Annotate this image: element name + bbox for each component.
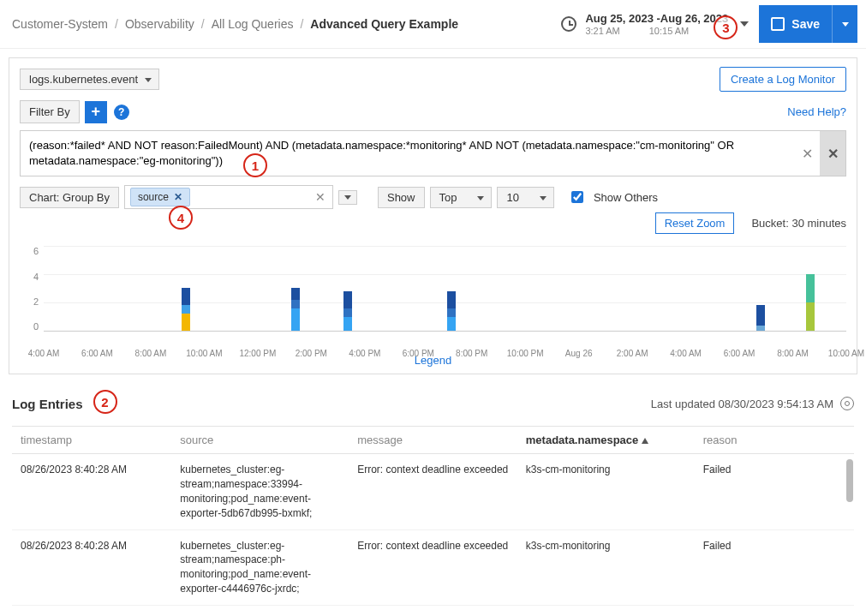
save-icon (771, 17, 785, 31)
group-by-tag[interactable]: source ✕ (130, 188, 190, 206)
breadcrumb-item[interactable]: Observability (125, 17, 194, 31)
need-help-link[interactable]: Need Help? (787, 105, 846, 118)
help-icon[interactable]: ? (114, 105, 129, 120)
time-range-dates: Aug 25, 2023 -Aug 26, 2023 (585, 12, 728, 25)
time-from: 3:21 AM (585, 26, 619, 36)
column-header[interactable]: source (171, 427, 349, 454)
filter-by-label: Filter By (20, 100, 80, 123)
table-row[interactable]: 08/26/2023 8:40:28 AMkubernetes_cluster:… (12, 454, 854, 529)
column-header[interactable]: message (349, 427, 517, 454)
show-label: Show (378, 187, 425, 208)
show-type-dropdown[interactable]: Top (430, 187, 493, 208)
save-label: Save (791, 17, 820, 31)
log-table: timestampsourcemessagemetadata.namespace… (12, 427, 854, 606)
gear-icon[interactable] (840, 397, 854, 410)
column-header[interactable]: metadata.namespace (517, 427, 695, 454)
show-others-label: Show Others (594, 191, 658, 204)
column-header[interactable]: timestamp (12, 427, 171, 454)
log-entries-section: Log Entries 2 Last updated 08/30/2023 9:… (0, 383, 866, 614)
add-filter-button[interactable]: + (85, 101, 107, 123)
remove-tag-icon[interactable]: ✕ (174, 191, 182, 203)
log-entries-title: Log Entries (12, 397, 83, 411)
chevron-down-icon (740, 21, 749, 27)
breadcrumb: Customer-System/ Observability/ All Log … (12, 17, 561, 31)
chart[interactable]: 6420 4:00 AM6:00 AM8:00 AM10:00 AM12:00 … (20, 246, 846, 349)
group-by-dropdown[interactable] (338, 190, 357, 205)
clear-query-button[interactable]: ✕ (794, 131, 820, 176)
breadcrumb-item[interactable]: Customer-System (12, 17, 108, 31)
create-log-monitor-button[interactable]: Create a Log Monitor (720, 67, 846, 92)
annotation-2: 2 (93, 390, 117, 414)
save-dropdown[interactable] (832, 5, 857, 43)
query-input[interactable]: ✕ ✕ 1 (20, 130, 846, 176)
run-query-button[interactable]: ✕ (820, 131, 845, 176)
save-button[interactable]: Save (759, 5, 832, 43)
time-range-picker[interactable]: Aug 25, 2023 -Aug 26, 2023 3:21 AM 10:15… (561, 12, 749, 36)
breadcrumb-current: Advanced Query Example (310, 17, 458, 31)
breadcrumb-item[interactable]: All Log Queries (212, 17, 294, 31)
show-count-dropdown[interactable]: 10 (497, 187, 553, 208)
header-bar: Customer-System/ Observability/ All Log … (0, 0, 866, 49)
show-others-checkbox[interactable] (571, 191, 583, 203)
table-row[interactable]: 08/26/2023 8:40:28 AMkubernetes_cluster:… (12, 529, 854, 605)
last-updated: Last updated 08/30/2023 9:54:13 AM (651, 398, 833, 410)
bucket-label: Bucket: 30 minutes (751, 217, 846, 230)
chevron-down-icon (842, 22, 849, 27)
time-to: 10:15 AM (649, 26, 689, 36)
column-header[interactable]: reason (695, 427, 854, 454)
query-panel: logs.kubernetes.event Create a Log Monit… (9, 57, 857, 374)
query-field[interactable] (21, 131, 794, 176)
table-row[interactable]: 08/26/2023 8:40:29 AMkubernetes_cluster:… (12, 605, 854, 606)
clock-icon (561, 16, 576, 32)
tag-label: source (138, 191, 169, 203)
reset-zoom-button[interactable]: Reset Zoom (655, 212, 735, 234)
scrollbar-thumb[interactable] (846, 459, 853, 502)
clear-tags-button[interactable]: ✕ (315, 190, 325, 204)
group-by-label: Chart: Group By (20, 187, 119, 208)
log-type-dropdown[interactable]: logs.kubernetes.event (20, 69, 159, 90)
